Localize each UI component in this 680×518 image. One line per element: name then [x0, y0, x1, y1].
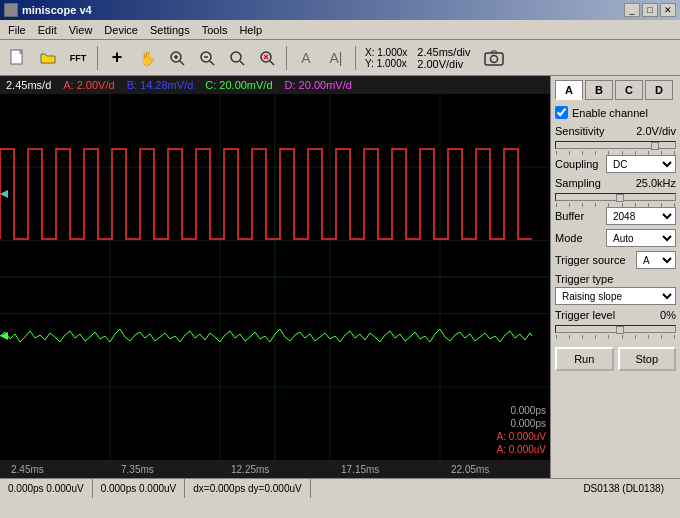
time-axis: 2.45ms 7.35ms 12.25ms 17.15ms 22.05ms: [0, 460, 550, 478]
device-id: DS0138 (DL0138): [575, 483, 672, 494]
main-content: 2.45ms/d A: 2.00V/d B: 14.28mV/d C: 20.0…: [0, 76, 680, 478]
status-text-2: 0.000ps 0.000uV: [101, 483, 177, 494]
coupling-select[interactable]: DC AC GND: [606, 155, 676, 173]
buffer-row: Buffer 512 1024 2048 4096: [555, 207, 676, 225]
channel-info-bar: 2.45ms/d A: 2.00V/d B: 14.28mV/d C: 20.0…: [0, 76, 550, 94]
menu-tools[interactable]: Tools: [196, 22, 234, 38]
cursor-readout: 0.000ps 0.000ps A: 0.000uV A: 0.000uV: [497, 404, 546, 456]
sampling-label: Sampling: [555, 177, 601, 189]
mode-row: Mode Auto Normal Single: [555, 229, 676, 247]
trigger-source-select[interactable]: A B C D: [636, 251, 676, 269]
trigger-type-label: Trigger type: [555, 273, 613, 285]
trigger-level-value: 0%: [660, 309, 676, 321]
time-volt-readout: 2.45ms/div 2.00V/div: [417, 46, 470, 70]
svg-rect-0: [11, 50, 22, 64]
channel-tabs: A B C D: [555, 80, 676, 100]
coupling-label: Coupling: [555, 158, 598, 170]
time-label-1: 7.35ms: [121, 464, 154, 475]
run-button[interactable]: Run: [555, 347, 614, 371]
menu-edit[interactable]: Edit: [32, 22, 63, 38]
buffer-select[interactable]: 512 1024 2048 4096: [606, 207, 676, 225]
cursor-a-value: A: 0.000uV: [497, 430, 546, 443]
right-panel: A B C D Enable channel Sensitivity 2.0V/…: [550, 76, 680, 478]
menu-file[interactable]: File: [2, 22, 32, 38]
channel-c-info: C: 20.00mV/d: [205, 79, 272, 91]
time-label-3: 17.15ms: [341, 464, 379, 475]
window-title: miniscope v4: [22, 4, 92, 16]
status-section-1: 0.000ps 0.000uV: [0, 479, 93, 498]
sampling-value: 25.0kHz: [636, 177, 676, 189]
svg-point-8: [231, 52, 241, 62]
status-bar: 0.000ps 0.000uV 0.000ps 0.000uV dx=0.000…: [0, 478, 680, 498]
stop-button[interactable]: Stop: [618, 347, 677, 371]
trigger-source-label: Trigger source: [555, 254, 626, 266]
enable-channel-label: Enable channel: [572, 107, 648, 119]
zoom-in-button[interactable]: [163, 44, 191, 72]
separator-3: [355, 46, 356, 70]
tab-channel-a[interactable]: A: [555, 80, 583, 100]
waveform-svg: [0, 94, 550, 460]
trigger-type-select[interactable]: Raising slope Falling slope: [555, 287, 676, 305]
sensitivity-slider[interactable]: [555, 141, 676, 149]
separator-2: [286, 46, 287, 70]
time-label-2: 12.25ms: [231, 464, 269, 475]
menu-settings[interactable]: Settings: [144, 22, 196, 38]
sensitivity-row: Sensitivity 2.0V/div: [555, 125, 676, 137]
fft-label: FFT: [70, 53, 87, 63]
sampling-row: Sampling 25.0kHz: [555, 177, 676, 189]
trigger-source-row: Trigger source A B C D: [555, 251, 676, 269]
time-div-readout: 2.45ms/div: [417, 46, 470, 58]
enable-channel-row: Enable channel: [555, 106, 676, 119]
menu-help[interactable]: Help: [233, 22, 268, 38]
trigger-level-slider[interactable]: [555, 325, 676, 333]
zoom-out-button[interactable]: [193, 44, 221, 72]
svg-point-15: [491, 55, 498, 62]
new-button[interactable]: [4, 44, 32, 72]
mode-select[interactable]: Auto Normal Single: [606, 229, 676, 247]
enable-channel-checkbox[interactable]: [555, 106, 568, 119]
close-button[interactable]: ✕: [660, 3, 676, 17]
waveform-area[interactable]: 0.000ps 0.000ps A: 0.000uV A: 0.000uV: [0, 94, 550, 460]
cursor-a-button[interactable]: A: [292, 44, 320, 72]
cursor-zero2: 0.000ps: [497, 417, 546, 430]
trigger-level-label: Trigger level: [555, 309, 615, 321]
camera-button[interactable]: [480, 44, 508, 72]
status-section-2: 0.000ps 0.000uV: [93, 479, 186, 498]
x-readout: X: 1.000x: [365, 47, 407, 58]
time-label-0: 2.45ms: [11, 464, 44, 475]
channel-b-info: B: 14.28mV/d: [127, 79, 194, 91]
zoom-cancel-button[interactable]: [253, 44, 281, 72]
sensitivity-value: 2.0V/div: [636, 125, 676, 137]
menu-device[interactable]: Device: [98, 22, 144, 38]
coupling-row: Coupling DC AC GND: [555, 155, 676, 173]
minimize-button[interactable]: _: [624, 3, 640, 17]
status-section-4: DS0138 (DL0138): [311, 479, 680, 498]
menu-view[interactable]: View: [63, 22, 99, 38]
status-section-3: dx=0.000ps dy=0.000uV: [185, 479, 310, 498]
cursor-b-value: A: 0.000uV: [497, 443, 546, 456]
run-stop-row: Run Stop: [555, 347, 676, 371]
svg-line-2: [180, 61, 184, 65]
sampling-slider[interactable]: [555, 193, 676, 201]
tab-channel-c[interactable]: C: [615, 80, 643, 100]
zoom-fit-button[interactable]: [223, 44, 251, 72]
xy-readout: X: 1.000x Y: 1.000x: [365, 47, 407, 69]
app-icon: [4, 3, 18, 17]
pan-button[interactable]: ✋: [133, 44, 161, 72]
sensitivity-label: Sensitivity: [555, 125, 605, 137]
fft-button[interactable]: FFT: [64, 44, 92, 72]
tab-channel-b[interactable]: B: [585, 80, 613, 100]
open-button[interactable]: [34, 44, 62, 72]
trigger-level-marks: [555, 335, 676, 339]
volt-div-readout: 2.00V/div: [417, 58, 470, 70]
buffer-label: Buffer: [555, 210, 584, 222]
trigger-type-label-row: Trigger type: [555, 273, 676, 285]
y-readout: Y: 1.000x: [365, 58, 407, 69]
add-button[interactable]: +: [103, 44, 131, 72]
cursor-b-button[interactable]: A|: [322, 44, 350, 72]
title-bar: miniscope v4 _ □ ✕: [0, 0, 680, 20]
svg-marker-28: [0, 190, 8, 198]
maximize-button[interactable]: □: [642, 3, 658, 17]
tab-channel-d[interactable]: D: [645, 80, 673, 100]
menu-bar: File Edit View Device Settings Tools Hel…: [0, 20, 680, 40]
